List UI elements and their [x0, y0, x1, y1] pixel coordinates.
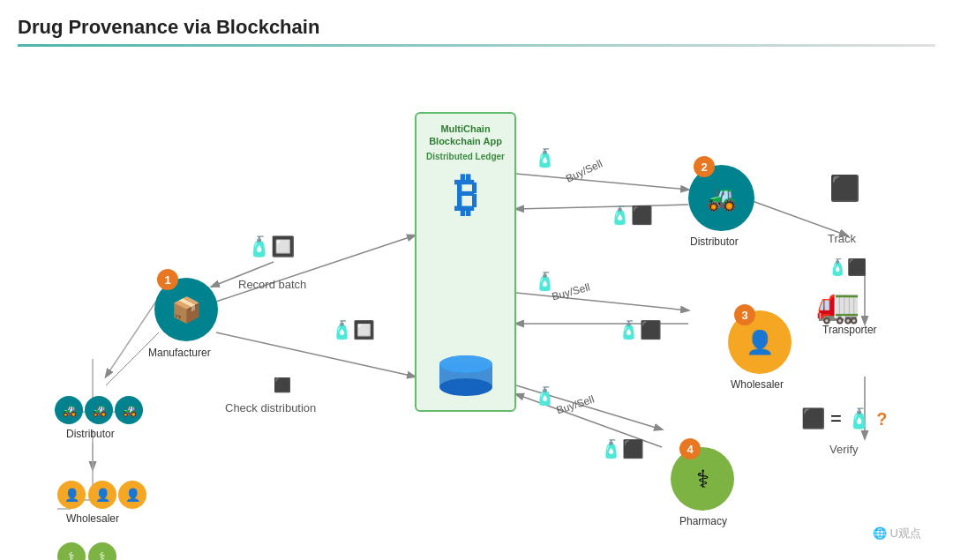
- main-container: Drug Provenance via Blockchain: [0, 0, 953, 560]
- pharmacy-label: Pharmacy: [679, 515, 727, 527]
- database-icon: [435, 354, 497, 401]
- verify-label: Verify: [829, 443, 859, 456]
- wholesaler-label: Wholesaler: [731, 378, 784, 391]
- badge-4: 4: [679, 438, 701, 459]
- manufacturer-label: Manufacturer: [148, 347, 211, 359]
- svg-point-26: [439, 378, 492, 396]
- record-batch-label: Record batch: [238, 278, 306, 291]
- svg-line-17: [750, 200, 847, 235]
- blockchain-title: MultiChain Blockchain App: [422, 123, 509, 148]
- buy-sell-2-label: Buy/Sell: [551, 281, 591, 303]
- transporter-label: Transporter: [822, 324, 877, 336]
- svg-line-10: [106, 332, 159, 385]
- svg-line-12: [516, 205, 688, 209]
- badge-2: 2: [694, 156, 715, 177]
- drug-icon-2: 🧴🔲: [331, 319, 375, 340]
- tree-whole-icon-3: 👤: [118, 481, 146, 509]
- verify-icons: ⬛ = 🧴 ?: [801, 407, 887, 430]
- diagram: MultiChain Blockchain App Distributed Le…: [18, 59, 935, 549]
- drug-icon-whole-2: 🧴⬛: [618, 319, 662, 340]
- buy-sell-1-label: Buy/Sell: [564, 157, 604, 184]
- tree-dist-icon-2: 🚜: [85, 396, 113, 424]
- badge-3: 3: [734, 304, 755, 325]
- svg-point-27: [439, 355, 492, 373]
- tree-whole-icon-2: 👤: [88, 481, 116, 509]
- tree-dist-icon-1: 🚜: [55, 396, 83, 424]
- buy-sell-3-label: Buy/Sell: [555, 393, 596, 417]
- tree-wholesaler-label: Wholesaler: [66, 512, 119, 525]
- svg-line-11: [516, 174, 688, 190]
- svg-line-0: [106, 297, 159, 377]
- transporter-truck: 🚛: [816, 284, 860, 325]
- badge-1: 1: [157, 269, 178, 290]
- track-label: Track: [828, 232, 856, 245]
- svg-line-8: [216, 235, 415, 302]
- drug-icon-whole-1: 🧴: [534, 271, 556, 292]
- tree-dist-icon-3: 🚜: [115, 396, 143, 424]
- pharmacy-node: ⚕: [671, 447, 734, 511]
- drug-icon-pharm-2: 🧴⬛: [600, 438, 644, 459]
- qr-icon-left: ⬛: [274, 377, 291, 393]
- qr-right-top: ⬛: [829, 174, 860, 203]
- tree-whole-icon-1: 👤: [57, 481, 86, 509]
- blockchain-subtitle: Distributed Ledger: [426, 152, 505, 161]
- blockchain-b-icon: ₿: [454, 168, 477, 221]
- watermark: 🌐 U观点: [873, 526, 921, 541]
- blockchain-box: MultiChain Blockchain App Distributed Le…: [415, 112, 516, 412]
- check-distribution-label: Check distribution: [225, 401, 316, 414]
- drug-icon-pharm-1: 🧴: [534, 385, 556, 407]
- drug-icon-truck: 🧴⬛: [828, 258, 867, 277]
- drug-icon-dist-1: 🧴: [534, 147, 556, 168]
- tree-distributor-label: Distributor: [66, 428, 115, 440]
- svg-line-13: [516, 293, 688, 310]
- distributor-main-label: Distributor: [690, 235, 739, 248]
- title-divider: [18, 44, 935, 47]
- svg-line-9: [216, 332, 415, 377]
- drug-icon-dist-2: 🧴⬛: [609, 205, 653, 226]
- drug-icon-1: 🧴🔲: [247, 235, 295, 258]
- tree-pharm-icon-1: ⚕: [57, 542, 86, 560]
- page-title: Drug Provenance via Blockchain: [18, 16, 935, 39]
- tree-pharm-icon-2: ⚕: [88, 542, 116, 560]
